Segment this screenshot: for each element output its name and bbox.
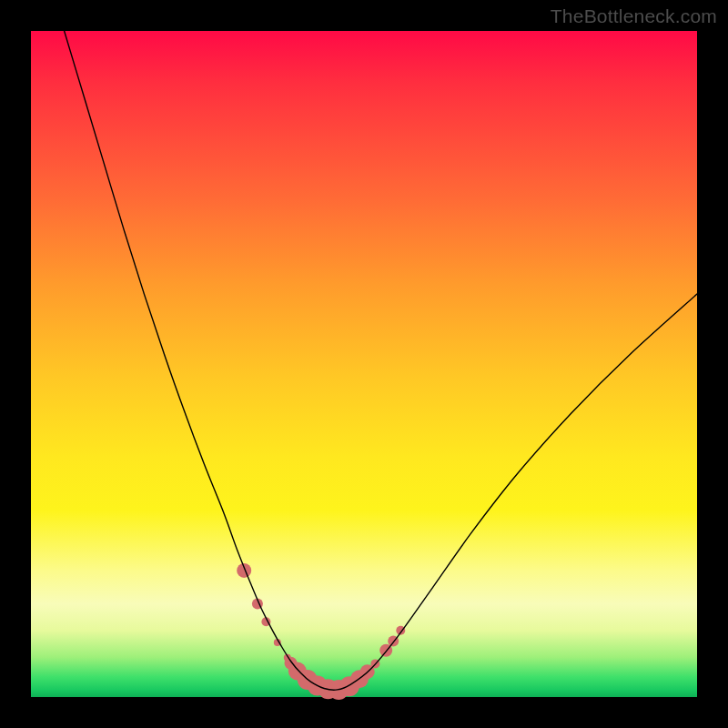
chart-svg [31,31,697,697]
highlight-dot [237,563,251,578]
chart-frame: TheBottleneck.com [0,0,728,728]
bottleneck-curve-path [65,31,697,690]
marker-group [237,563,405,700]
watermark-text: TheBottleneck.com [551,5,717,27]
